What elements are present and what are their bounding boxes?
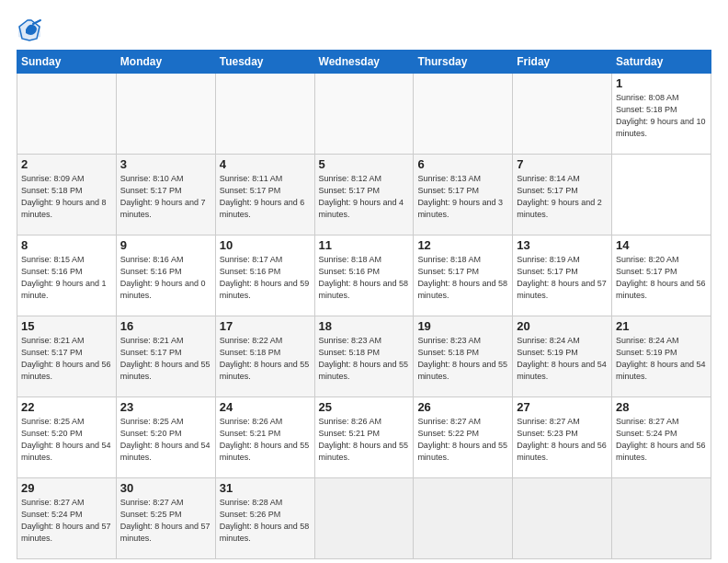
day-number: 26 (417, 400, 508, 414)
day-number: 5 (319, 157, 410, 171)
calendar-header-row: SundayMondayTuesdayWednesdayThursdayFrid… (17, 51, 711, 74)
calendar-week-row: 15Sunrise: 8:21 AMSunset: 5:17 PMDayligh… (17, 316, 711, 397)
day-cell: 24Sunrise: 8:26 AMSunset: 5:21 PMDayligh… (215, 397, 314, 478)
day-cell: 7Sunrise: 8:14 AMSunset: 5:17 PMDaylight… (513, 155, 612, 236)
day-cell: 9Sunrise: 8:16 AMSunset: 5:16 PMDaylight… (116, 236, 215, 316)
day-number: 30 (120, 481, 211, 495)
day-info: Sunrise: 8:27 AMSunset: 5:24 PMDaylight:… (21, 497, 112, 545)
day-cell: 31Sunrise: 8:28 AMSunset: 5:26 PMDayligh… (215, 478, 314, 559)
day-number: 8 (21, 238, 112, 252)
day-cell: 29Sunrise: 8:27 AMSunset: 5:24 PMDayligh… (17, 478, 117, 559)
day-cell: 18Sunrise: 8:23 AMSunset: 5:18 PMDayligh… (314, 316, 414, 397)
calendar-week-row: 8Sunrise: 8:15 AMSunset: 5:16 PMDaylight… (17, 236, 711, 316)
day-number: 9 (120, 238, 211, 252)
day-cell: 26Sunrise: 8:27 AMSunset: 5:22 PMDayligh… (414, 397, 513, 478)
day-cell: 3Sunrise: 8:10 AMSunset: 5:17 PMDaylight… (116, 155, 215, 236)
header (17, 17, 711, 42)
day-number: 1 (616, 76, 707, 90)
day-cell: 17Sunrise: 8:22 AMSunset: 5:18 PMDayligh… (215, 316, 314, 397)
empty-day-cell (17, 74, 117, 155)
day-info: Sunrise: 8:23 AMSunset: 5:18 PMDaylight:… (417, 335, 508, 383)
day-number: 2 (21, 157, 112, 171)
day-number: 3 (120, 157, 211, 171)
empty-day-cell (513, 478, 612, 559)
calendar-week-row: 22Sunrise: 8:25 AMSunset: 5:20 PMDayligh… (17, 397, 711, 478)
day-info: Sunrise: 8:08 AMSunset: 5:18 PMDaylight:… (616, 92, 707, 140)
day-number: 17 (220, 319, 311, 333)
day-info: Sunrise: 8:11 AMSunset: 5:17 PMDaylight:… (220, 173, 311, 221)
day-info: Sunrise: 8:22 AMSunset: 5:18 PMDaylight:… (220, 335, 311, 383)
logo-icon (17, 17, 42, 42)
day-cell: 6Sunrise: 8:13 AMSunset: 5:17 PMDaylight… (414, 155, 513, 236)
day-info: Sunrise: 8:14 AMSunset: 5:17 PMDaylight:… (517, 173, 608, 221)
day-number: 24 (220, 400, 311, 414)
day-number: 14 (616, 238, 707, 252)
day-cell: 11Sunrise: 8:18 AMSunset: 5:16 PMDayligh… (314, 236, 414, 316)
day-info: Sunrise: 8:27 AMSunset: 5:22 PMDaylight:… (417, 416, 508, 464)
day-cell: 10Sunrise: 8:17 AMSunset: 5:16 PMDayligh… (215, 236, 314, 316)
day-of-week-header: Friday (513, 51, 612, 74)
day-number: 22 (21, 400, 112, 414)
day-info: Sunrise: 8:20 AMSunset: 5:17 PMDaylight:… (616, 254, 707, 302)
day-number: 13 (517, 238, 608, 252)
day-cell: 16Sunrise: 8:21 AMSunset: 5:17 PMDayligh… (116, 316, 215, 397)
day-number: 7 (517, 157, 608, 171)
day-cell: 8Sunrise: 8:15 AMSunset: 5:16 PMDaylight… (17, 236, 117, 316)
day-cell: 25Sunrise: 8:26 AMSunset: 5:21 PMDayligh… (314, 397, 414, 478)
calendar-table: SundayMondayTuesdayWednesdayThursdayFrid… (17, 50, 711, 559)
calendar-week-row: 29Sunrise: 8:27 AMSunset: 5:24 PMDayligh… (17, 478, 711, 559)
day-of-week-header: Wednesday (314, 51, 414, 74)
day-info: Sunrise: 8:10 AMSunset: 5:17 PMDaylight:… (120, 173, 211, 221)
day-cell: 15Sunrise: 8:21 AMSunset: 5:17 PMDayligh… (17, 316, 117, 397)
day-info: Sunrise: 8:17 AMSunset: 5:16 PMDaylight:… (220, 254, 311, 302)
day-number: 25 (319, 400, 410, 414)
day-info: Sunrise: 8:26 AMSunset: 5:21 PMDaylight:… (319, 416, 410, 464)
day-cell: 2Sunrise: 8:09 AMSunset: 5:18 PMDaylight… (17, 155, 117, 236)
calendar-week-row: 1Sunrise: 8:08 AMSunset: 5:18 PMDaylight… (17, 74, 711, 155)
day-info: Sunrise: 8:27 AMSunset: 5:25 PMDaylight:… (120, 497, 211, 545)
day-info: Sunrise: 8:21 AMSunset: 5:17 PMDaylight:… (120, 335, 211, 383)
day-cell: 21Sunrise: 8:24 AMSunset: 5:19 PMDayligh… (612, 316, 711, 397)
day-number: 19 (417, 319, 508, 333)
day-cell: 4Sunrise: 8:11 AMSunset: 5:17 PMDaylight… (215, 155, 314, 236)
day-number: 12 (417, 238, 508, 252)
day-info: Sunrise: 8:09 AMSunset: 5:18 PMDaylight:… (21, 173, 112, 221)
day-info: Sunrise: 8:24 AMSunset: 5:19 PMDaylight:… (517, 335, 608, 383)
day-info: Sunrise: 8:19 AMSunset: 5:17 PMDaylight:… (517, 254, 608, 302)
day-info: Sunrise: 8:13 AMSunset: 5:17 PMDaylight:… (417, 173, 508, 221)
day-of-week-header: Tuesday (215, 51, 314, 74)
day-number: 6 (417, 157, 508, 171)
day-number: 29 (21, 481, 112, 495)
day-number: 4 (220, 157, 311, 171)
day-info: Sunrise: 8:23 AMSunset: 5:18 PMDaylight:… (319, 335, 410, 383)
day-info: Sunrise: 8:27 AMSunset: 5:24 PMDaylight:… (616, 416, 707, 464)
day-of-week-header: Sunday (17, 51, 117, 74)
day-of-week-header: Monday (116, 51, 215, 74)
empty-day-cell (513, 74, 612, 155)
day-of-week-header: Saturday (612, 51, 711, 74)
day-cell: 30Sunrise: 8:27 AMSunset: 5:25 PMDayligh… (116, 478, 215, 559)
empty-day-cell (414, 478, 513, 559)
day-cell: 28Sunrise: 8:27 AMSunset: 5:24 PMDayligh… (612, 397, 711, 478)
day-number: 31 (220, 481, 311, 495)
day-info: Sunrise: 8:28 AMSunset: 5:26 PMDaylight:… (220, 497, 311, 545)
page: SundayMondayTuesdayWednesdayThursdayFrid… (0, 0, 728, 563)
calendar-week-row: 2Sunrise: 8:09 AMSunset: 5:18 PMDaylight… (17, 155, 711, 236)
empty-day-cell (414, 74, 513, 155)
day-number: 16 (120, 319, 211, 333)
day-cell: 23Sunrise: 8:25 AMSunset: 5:20 PMDayligh… (116, 397, 215, 478)
day-info: Sunrise: 8:21 AMSunset: 5:17 PMDaylight:… (21, 335, 112, 383)
day-number: 18 (319, 319, 410, 333)
day-info: Sunrise: 8:27 AMSunset: 5:23 PMDaylight:… (517, 416, 608, 464)
day-cell: 14Sunrise: 8:20 AMSunset: 5:17 PMDayligh… (612, 236, 711, 316)
empty-day-cell (116, 74, 215, 155)
day-number: 11 (319, 238, 410, 252)
day-cell: 1Sunrise: 8:08 AMSunset: 5:18 PMDaylight… (612, 74, 711, 155)
empty-day-cell (215, 74, 314, 155)
day-info: Sunrise: 8:25 AMSunset: 5:20 PMDaylight:… (120, 416, 211, 464)
empty-day-cell (612, 478, 711, 559)
day-cell: 22Sunrise: 8:25 AMSunset: 5:20 PMDayligh… (17, 397, 117, 478)
day-cell: 5Sunrise: 8:12 AMSunset: 5:17 PMDaylight… (314, 155, 414, 236)
day-number: 15 (21, 319, 112, 333)
day-number: 20 (517, 319, 608, 333)
